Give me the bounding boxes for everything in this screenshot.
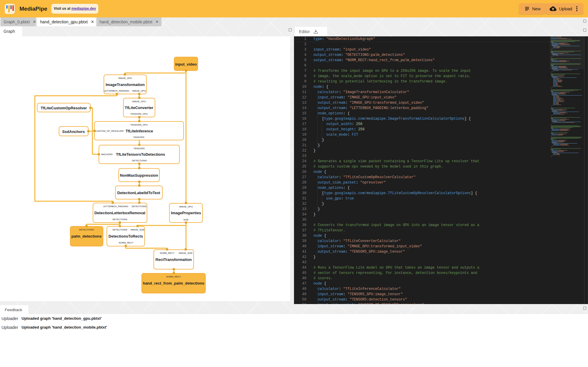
svg-text:SIZE: SIZE <box>183 218 188 221</box>
svg-text:DetectionsToRects: DetectionsToRects <box>109 234 143 238</box>
svg-text:DetectionLabelIdToText: DetectionLabelIdToText <box>117 191 160 195</box>
svg-text:DETECTIONS: DETECTIONS <box>79 228 94 231</box>
svg-text:hand_rect_from_palm_detections: hand_rect_from_palm_detections <box>143 281 204 285</box>
svg-text:NORM_RECT: NORM_RECT <box>119 241 133 244</box>
svg-text:palm_detections: palm_detections <box>71 234 102 238</box>
svg-text:ANCHORS: ANCHORS <box>101 153 113 156</box>
svg-text:IMAGE_SIZE: IMAGE_SIZE <box>179 252 193 254</box>
svg-text:TENSORS: TENSORS <box>133 147 145 150</box>
svg-text:SsdAnchors: SsdAnchors <box>62 129 85 134</box>
svg-text:DETECTIONS: DETECTIONS <box>132 205 146 208</box>
svg-text:input_video: input_video <box>175 62 197 66</box>
svg-text:NORM_RECT: NORM_RECT <box>166 275 181 278</box>
svg-text:LETTERBOX_PADDING: LETTERBOX_PADDING <box>103 205 128 208</box>
svg-text:IMAGE_GPU: IMAGE_GPU <box>132 90 146 92</box>
svg-text:NonMaxSuppression: NonMaxSuppression <box>120 173 158 178</box>
svg-text:IMAGE_SIZE: IMAGE_SIZE <box>131 228 145 231</box>
svg-text:DETECTIONS: DETECTIONS <box>112 218 127 221</box>
svg-text:ImageTransformation: ImageTransformation <box>106 82 145 87</box>
svg-text:ImageProperties: ImageProperties <box>171 211 201 215</box>
svg-text:NORM_RECT: NORM_RECT <box>160 252 174 254</box>
svg-text:DETECTIONS: DETECTIONS <box>132 159 147 162</box>
svg-text:TfLiteCustomOpResolver: TfLiteCustomOpResolver <box>41 106 87 110</box>
svg-text:TfLiteTensorsToDetections: TfLiteTensorsToDetections <box>116 152 165 157</box>
svg-text:TENSORS_GPU: TENSORS_GPU <box>130 124 148 126</box>
svg-text:DetectionLetterboxRemoval: DetectionLetterboxRemoval <box>94 211 146 215</box>
svg-text:LETTERBOX_PADDING: LETTERBOX_PADDING <box>104 90 129 92</box>
svg-text:IMAGE_GPU: IMAGE_GPU <box>179 205 193 208</box>
svg-text:DETECTIONS: DETECTIONS <box>112 228 127 231</box>
svg-text:TfLiteInference: TfLiteInference <box>125 129 153 133</box>
svg-text:RectTransformation: RectTransformation <box>156 257 192 262</box>
svg-text:TENSORS: TENSORS <box>133 136 144 139</box>
svg-text:IMAGE_GPU: IMAGE_GPU <box>118 77 132 79</box>
svg-text:TENSORS_GPU: TENSORS_GPU <box>130 113 148 115</box>
svg-text:IMAGE_GPU: IMAGE_GPU <box>132 100 146 103</box>
svg-text:CUSTOM_OP_RESOLVER: CUSTOM_OP_RESOLVER <box>95 130 124 132</box>
svg-text:TfLiteConverter: TfLiteConverter <box>125 105 153 110</box>
